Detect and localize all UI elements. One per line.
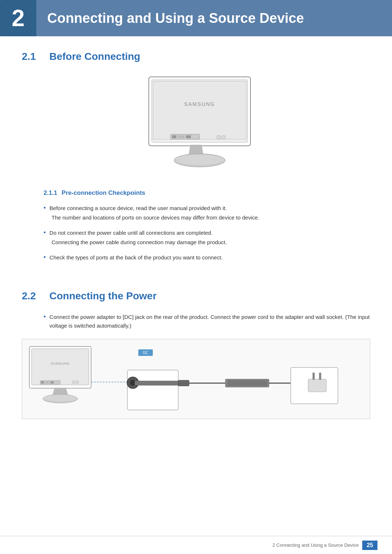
svg-rect-6 <box>178 135 184 138</box>
bullet-dot: • <box>44 204 46 212</box>
header-banner: 2 Connecting and Using a Source Device <box>0 0 392 36</box>
footer-page-number: 25 <box>362 541 377 550</box>
svg-rect-9 <box>222 136 225 139</box>
monitor-illustration: SAMSUNG <box>22 73 370 175</box>
section-2-2-title: Connecting the Power <box>49 290 157 302</box>
svg-rect-42 <box>319 373 321 380</box>
footer-text: 2 Connecting and Using a Source Device <box>272 542 359 548</box>
checkpoint-3-main: Check the types of ports at the back of … <box>49 253 222 262</box>
footer: 2 Connecting and Using a Source Device 2… <box>0 536 392 554</box>
svg-rect-2 <box>153 81 246 139</box>
svg-text:SAMSUNG: SAMSUNG <box>51 362 70 365</box>
svg-rect-34 <box>178 380 189 386</box>
svg-rect-8 <box>217 136 220 139</box>
checkpoint-2-sub: Connecting the power cable during connec… <box>52 238 370 247</box>
power-bullet-1: Connect the power adapter to [DC] jack o… <box>49 313 370 330</box>
checkpoint-2-main: Do not connect the power cable until all… <box>49 229 212 237</box>
svg-rect-15 <box>32 349 89 385</box>
svg-point-25 <box>44 395 77 401</box>
list-item: • Check the types of ports at the back o… <box>44 253 370 262</box>
section-2-1-number: 2.1 <box>22 51 44 62</box>
checkpoint-list: • Before connecting a source device, rea… <box>44 204 370 262</box>
svg-marker-23 <box>53 388 68 395</box>
bullet-dot: • <box>44 313 46 321</box>
svg-text:DC: DC <box>143 351 148 355</box>
svg-text:SAMSUNG: SAMSUNG <box>184 101 215 107</box>
bullet-dot: • <box>44 229 46 237</box>
subsection-2-1-1-heading: 2.1.1 Pre-connection Checkpoints <box>44 189 370 197</box>
section-2-2-number: 2.2 <box>22 290 44 302</box>
checkpoint-1-sub: The number and locations of ports on sou… <box>52 213 370 222</box>
svg-rect-36 <box>227 380 267 386</box>
list-item: • Before connecting a source device, rea… <box>44 204 370 222</box>
bullet-dot: • <box>44 254 46 261</box>
list-item: • Do not connect the power cable until a… <box>44 229 370 247</box>
svg-rect-30 <box>127 370 178 410</box>
header-title: Connecting and Using a Source Device <box>47 11 304 26</box>
svg-rect-33 <box>135 381 178 385</box>
checkpoint-1-main: Before connecting a source device, read … <box>49 204 227 213</box>
section-2-2-heading: 2.2 Connecting the Power <box>22 290 370 302</box>
chapter-number: 2 <box>12 5 25 32</box>
svg-rect-21 <box>72 381 75 383</box>
svg-rect-5 <box>172 135 176 138</box>
svg-rect-22 <box>76 381 78 383</box>
monitor-svg: SAMSUNG <box>127 73 265 175</box>
power-list: • Connect the power adapter to [DC] jack… <box>44 313 370 330</box>
svg-rect-41 <box>313 373 315 380</box>
svg-rect-19 <box>45 381 49 383</box>
section-2-1-heading: 2.1 Before Connecting <box>22 51 370 62</box>
main-content: 2.1 Before Connecting SAMSUNG <box>0 36 392 434</box>
section-2-1: 2.1 Before Connecting SAMSUNG <box>22 51 370 262</box>
svg-rect-40 <box>308 379 326 392</box>
chapter-number-box: 2 <box>0 0 36 36</box>
subsection-2-1-1-title: Pre-connection Checkpoints <box>62 189 145 197</box>
power-illustration: SAMSUNG DC <box>22 339 370 419</box>
svg-point-13 <box>175 155 224 165</box>
power-illustration-svg: SAMSUNG DC <box>26 343 374 414</box>
section-2-2: 2.2 Connecting the Power • Connect the p… <box>22 290 370 419</box>
subsection-2-1-1-number: 2.1.1 <box>44 189 57 197</box>
svg-rect-20 <box>50 381 54 383</box>
svg-rect-18 <box>41 381 44 383</box>
list-item: • Connect the power adapter to [DC] jack… <box>44 313 370 330</box>
svg-rect-7 <box>186 135 191 138</box>
section-2-1-title: Before Connecting <box>49 51 140 62</box>
